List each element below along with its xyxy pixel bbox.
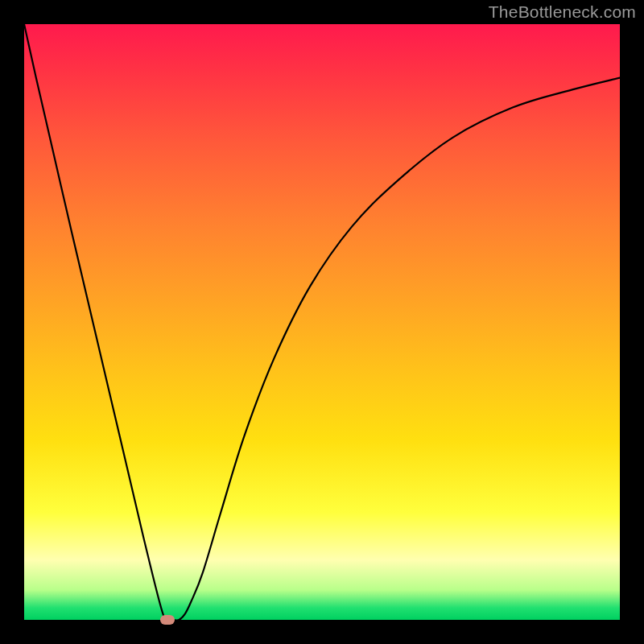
plot-area [24, 24, 620, 620]
watermark-text: TheBottleneck.com [489, 2, 636, 22]
bottleneck-curve [24, 24, 620, 620]
marker-dot [160, 615, 175, 625]
chart-frame: TheBottleneck.com [0, 0, 644, 644]
curve-svg [24, 24, 620, 620]
